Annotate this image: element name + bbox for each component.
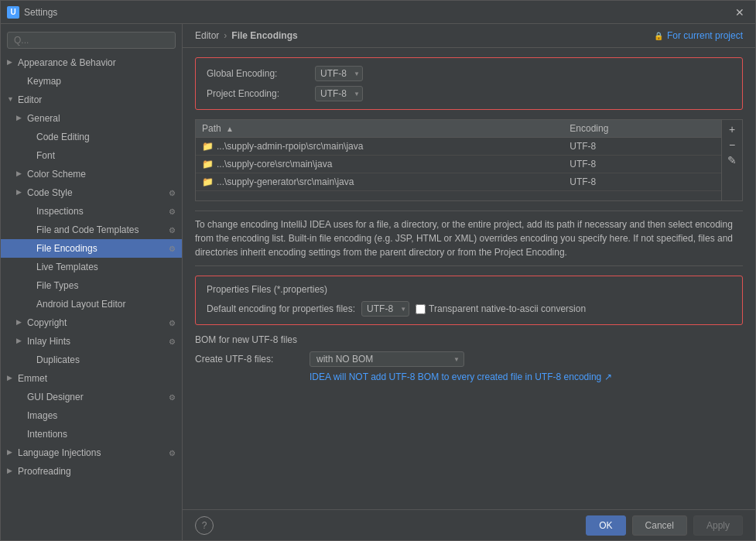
properties-encoding-select[interactable]: UTF-8 — [361, 301, 409, 317]
sidebar-item-label: Emmet — [18, 372, 47, 385]
sidebar-item-appearance[interactable]: ▶ Appearance & Behavior — [1, 53, 182, 72]
expand-icon: ▶ — [7, 373, 15, 384]
expand-icon: ▶ — [7, 466, 15, 477]
badge-icon: ⚙ — [169, 243, 176, 255]
sidebar-item-label: Inlay Hints — [27, 334, 70, 348]
remove-path-button[interactable]: − — [724, 137, 741, 152]
encoding-section: Global Encoding: UTF-8 Project Encoding:… — [195, 57, 743, 110]
sidebar-item-copyright[interactable]: ▶ Copyright ⚙ — [1, 313, 182, 332]
info-text: To change encoding IntelliJ IDEA uses fo… — [195, 211, 743, 266]
window-title: Settings — [24, 7, 730, 18]
expand-icon: ▶ — [7, 447, 15, 458]
breadcrumb-separator: › — [224, 30, 227, 41]
sidebar-item-file-encodings[interactable]: File Encodings ⚙ — [1, 239, 182, 258]
global-encoding-label: Global Encoding: — [207, 68, 315, 79]
sidebar-item-font[interactable]: Font — [1, 146, 182, 165]
path-table: Path ▲ Encoding — [196, 120, 721, 191]
table-row[interactable]: 📁 ...\supply-core\src\main\java UTF-8 — [196, 156, 721, 173]
global-encoding-select[interactable]: UTF-8 — [315, 66, 363, 81]
project-encoding-row: Project Encoding: UTF-8 — [207, 86, 731, 101]
sort-ascending-icon: ▲ — [226, 125, 234, 133]
transparent-checkbox[interactable] — [416, 304, 426, 314]
help-button[interactable]: ? — [195, 516, 214, 535]
path-column-header[interactable]: Path ▲ — [196, 120, 563, 138]
sidebar-item-label: Copyright — [27, 316, 67, 330]
sidebar-item-label: File Types — [36, 279, 78, 293]
cancel-button[interactable]: Cancel — [632, 515, 687, 536]
project-encoding-label: Project Encoding: — [207, 88, 315, 99]
table-row[interactable]: 📁 ...\supply-generator\src\main\java UTF… — [196, 173, 721, 191]
sidebar-item-label: Code Editing — [36, 130, 90, 144]
breadcrumb-current: File Encodings — [231, 30, 297, 41]
sidebar-item-file-types[interactable]: File Types — [1, 276, 182, 295]
sidebar-item-language-injections[interactable]: ▶ Language Injections ⚙ — [1, 443, 182, 462]
sidebar-item-label: File and Code Templates — [36, 223, 139, 237]
apply-button[interactable]: Apply — [693, 515, 743, 536]
add-path-button[interactable]: + — [724, 122, 741, 137]
encoding-cell: UTF-8 — [563, 156, 721, 173]
sidebar-item-proofreading[interactable]: ▶ Proofreading — [1, 462, 182, 481]
sidebar-item-label: Appearance & Behavior — [18, 56, 116, 70]
expand-icon: ▶ — [16, 317, 24, 328]
sidebar-item-emmet[interactable]: ▶ Emmet — [1, 369, 182, 388]
sidebar-item-label: Keymap — [27, 74, 61, 88]
properties-section-title: Properties Files (*.properties) — [207, 284, 731, 295]
badge-icon: ⚙ — [169, 336, 176, 348]
sidebar-item-inspections[interactable]: Inspections ⚙ — [1, 202, 182, 221]
sidebar-item-color-scheme[interactable]: ▶ Color Scheme — [1, 165, 182, 183]
bom-info-text[interactable]: IDEA will NOT add UTF-8 BOM to every cre… — [195, 372, 743, 382]
table-row[interactable]: 📁 ...\supply-admin-rpoip\src\main\java U… — [196, 138, 721, 156]
breadcrumb-bar: Editor › File Encodings 🔒 For current pr… — [183, 24, 755, 48]
sidebar-item-code-editing[interactable]: Code Editing — [1, 128, 182, 146]
badge-icon: ⚙ — [169, 206, 176, 217]
badge-icon: ⚙ — [169, 224, 176, 236]
sidebar-item-label: Android Layout Editor — [36, 297, 125, 311]
sidebar-item-label: GUI Designer — [27, 390, 84, 404]
sidebar-item-inlay-hints[interactable]: ▶ Inlay Hints ⚙ — [1, 332, 182, 351]
project-link[interactable]: 🔒 For current project — [654, 30, 743, 41]
sidebar-item-editor[interactable]: ▼ Editor — [1, 91, 182, 109]
transparent-checkbox-wrapper: Transparent native-to-ascii conversion — [416, 303, 586, 314]
badge-icon: ⚙ — [169, 187, 176, 199]
properties-encoding-wrapper: UTF-8 — [361, 301, 409, 317]
folder-icon: 📁 — [202, 176, 214, 187]
badge-icon: ⚙ — [169, 392, 176, 403]
sidebar-item-label: Proofreading — [18, 464, 71, 478]
transparent-checkbox-label: Transparent native-to-ascii conversion — [429, 303, 586, 314]
sidebar-item-general[interactable]: ▶ General — [1, 109, 182, 128]
sidebar-item-label: Duplicates — [36, 353, 80, 367]
expand-icon: ▶ — [16, 113, 24, 124]
sidebar-item-label: Inspections — [36, 204, 84, 218]
close-button[interactable]: ✕ — [730, 5, 749, 20]
sidebar-item-label: File Encodings — [36, 241, 97, 255]
sidebar-item-gui-designer[interactable]: GUI Designer ⚙ — [1, 388, 182, 406]
folder-icon: 📁 — [202, 159, 214, 169]
path-cell: 📁 ...\supply-generator\src\main\java — [196, 173, 563, 191]
bom-select[interactable]: with NO BOM with BOM — [310, 351, 464, 367]
bom-section: BOM for new UTF-8 files Create UTF-8 fil… — [195, 334, 743, 382]
sidebar-item-file-code-templates[interactable]: File and Code Templates ⚙ — [1, 221, 182, 239]
sidebar-item-label: Editor — [18, 93, 42, 107]
global-encoding-row: Global Encoding: UTF-8 — [207, 66, 731, 81]
sidebar-item-label: Live Templates — [36, 260, 98, 274]
sidebar-item-duplicates[interactable]: Duplicates — [1, 351, 182, 369]
sidebar-item-images[interactable]: Images — [1, 406, 182, 425]
global-encoding-wrapper: UTF-8 — [315, 66, 363, 81]
table-actions: + − ✎ — [722, 119, 743, 201]
sidebar-item-keymap[interactable]: Keymap — [1, 72, 182, 91]
sidebar-item-code-style[interactable]: ▶ Code Style ⚙ — [1, 183, 182, 202]
sidebar-item-live-templates[interactable]: Live Templates — [1, 258, 182, 276]
edit-path-button[interactable]: ✎ — [724, 152, 741, 168]
sidebar-item-label: Intentions — [27, 427, 67, 441]
sidebar-item-android-layout[interactable]: Android Layout Editor — [1, 295, 182, 313]
sidebar-item-label: Font — [36, 149, 55, 163]
sidebar-item-label: Color Scheme — [27, 167, 86, 181]
expand-icon: ▶ — [16, 169, 24, 180]
sidebar-item-intentions[interactable]: Intentions — [1, 425, 182, 443]
sidebar-item-label: Images — [27, 409, 57, 423]
sidebar: ▶ Appearance & Behavior Keymap ▼ Editor … — [1, 24, 183, 540]
settings-window: U Settings ✕ ▶ Appearance & Behavior Key… — [0, 0, 756, 541]
search-input[interactable] — [7, 32, 176, 49]
ok-button[interactable]: OK — [586, 515, 625, 536]
project-encoding-select[interactable]: UTF-8 — [315, 86, 363, 101]
